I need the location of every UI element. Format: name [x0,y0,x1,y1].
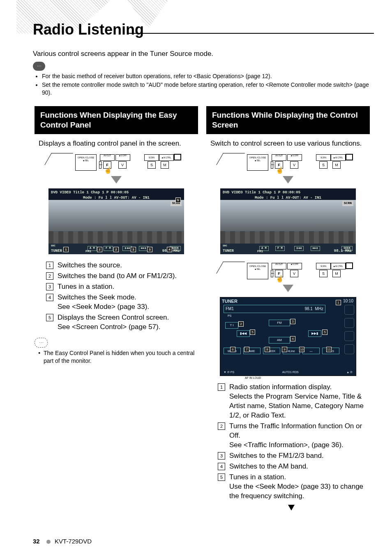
side-icon-2 [344,318,354,328]
cb-dash: – [99,161,101,169]
prev-button: ▮◀◀ [294,246,304,251]
rnum-4: 4 [218,463,225,470]
tuner-label: TUNER [51,248,62,253]
t-callout-7: 7 [244,347,249,352]
side-icon-1 [344,305,354,315]
fm-button: F M [275,246,285,251]
cb-scrn: SCRN [316,154,331,161]
tuner-band-box: FM1 98.1 MHz [224,305,325,313]
note-1: For the basic method of receiver button … [42,72,370,80]
num-4: 4 [46,294,53,301]
right-item-2: Turns the Traffic Information function O… [229,422,370,450]
tuner-prev: ▮◀◀ [237,330,250,337]
t-callout-1: 1 [336,300,341,305]
right-column: Functions While Displaying the Control S… [206,106,370,502]
dvd-screen-mock: DVD VIDEO Title 1 Chap 1 P 00:00:05 Mode… [48,188,184,254]
cb-s: S [319,270,327,277]
t-callout-9: 9 [282,347,287,352]
side-icon-3 [344,331,354,341]
note-icon: ⋯ [33,62,45,71]
callout-5: 5 [175,197,181,203]
right-item-5: Tunes in a station. Use the <Seek Mode> … [229,473,370,501]
cb-dash: – [271,270,273,277]
cb-avout: AV.OUT [272,154,286,161]
footer-dot-icon [46,540,51,544]
num-3: 3 [46,283,53,290]
intro-text: Various control screens appear in the Tu… [33,49,370,59]
cb-v: V [118,161,127,169]
tuner-screen-mock: TUNER 10:10 FM1 98.1 MHz PS T I FM AM ▮◀… [220,297,356,376]
road-image [220,200,356,244]
cb-v: V [290,270,298,277]
cb-display-icon [174,154,181,160]
tuner-next: ▶▶▮ [308,330,321,337]
side-icon-4 [344,344,354,354]
screen-mode-line: Mode : Fu l l AV-OUT: AV - IN1 [51,195,182,200]
left-sub: Displays a floating control panel in the… [39,139,197,149]
arrow-down-icon [111,176,122,183]
right-callout-list: 1Radio station information display. Sele… [218,383,370,501]
screen-mode-line: Mode : Fu l l AV-OUT: AV - IN1 [223,195,353,200]
title-rule [127,33,374,34]
right-item-1: Radio station information display. Selec… [229,383,370,420]
right-sub: Switch to control screen to use various … [210,139,369,149]
arrow-down-icon [283,176,293,183]
tuner-ti: T I [225,322,238,329]
cb-voff: ■ V.OFF [115,154,130,161]
tuner-status: ▼ ⟳ PS AUTO1 RDS ▲ ⟳ [224,370,353,374]
page-number: 32 [33,538,40,545]
right-item-4: Switches to the AM band. [229,462,370,471]
road-image [48,200,184,244]
dash-note-text: The Easy Control Panel is hidden when yo… [44,349,198,365]
num-1: 1 [46,262,53,269]
freq-label: 98.1 MHz [334,248,352,253]
tuner-af-line: AF IN LOUD [245,376,261,380]
t-callout-4: 4 [290,336,295,341]
cb-s: S [148,161,156,169]
cb-avout: AV.OUT [100,154,115,161]
left-heading: Functions When Displaying the Easy Contr… [35,106,198,134]
cb-mctrl: ■ M.CTRL [331,154,346,161]
t-callout-5a: 5 [250,330,255,335]
left-item-5: Displays the Screen Control screen. See … [58,313,198,332]
callout-1: 1 [63,247,69,252]
left-item-3: Tunes in a station. [58,282,198,292]
cb-voff: ■ V.OFF [287,263,302,269]
cb-mctrl: ■ M.CTRL [331,263,346,269]
cb-display-icon [346,154,353,160]
footer: 32 KVT-729DVD [33,537,92,545]
screen-top-line: DVD VIDEO Title 1 Chap 1 P 00:00:05 [51,190,182,195]
t-callout-2: 2 [238,321,244,327]
cb-display-icon [346,262,353,269]
cb-dash: – [271,161,273,169]
dashed-note-icon: ⋯ [35,338,48,348]
left-item-2: Switches the band (to AM or FM1/2/3). [58,272,198,281]
tuner-label: TUNER [223,248,234,253]
cb-m: M [332,161,341,169]
left-item-4: Switches the Seek mode. See <Seek Mode> … [58,293,198,312]
hand-pointer-icon: ☝ [104,166,112,175]
notes-block: ⋯ For the basic method of receiver butto… [33,62,370,97]
callout-2a: 2 [97,247,102,252]
t-callout-8: 8 [265,347,270,352]
right-item-3: Switches to the FM1/2/3 band. [229,451,370,461]
callout-2b: 2 [113,247,119,252]
cb-voff: ■ V.OFF [287,154,302,161]
t-callout-6: 6 [230,347,235,352]
cb-scrn: SCRN [144,154,159,161]
next-button: ▶▶▮ [311,246,320,251]
src-label: SRC [51,244,55,248]
tuner-ps: PS [228,314,231,318]
callout-3a: 3 [131,247,136,252]
rnum-5: 5 [218,473,225,481]
t-callout-10: 10 [299,347,304,352]
left-callout-list: 1Switches the source. 2Switches the band… [46,261,198,332]
control-bar-diagram: OPEN /CLOSE■ SEL AV.OUT ■ V.OFF – F V SC… [51,152,182,171]
scrn-button: SCRN [342,201,353,206]
cb-m: M [161,161,169,169]
t-callout-5b: 5 [322,330,327,335]
dvd-screen-mock-r: DVD VIDEO Title 1 Chap 1 P 00:00:05 Mode… [220,188,356,254]
tuner-fm: FM [269,320,290,326]
fm1-label: FM1 [85,249,91,254]
left-column: Functions When Displaying the Easy Contr… [35,106,198,365]
